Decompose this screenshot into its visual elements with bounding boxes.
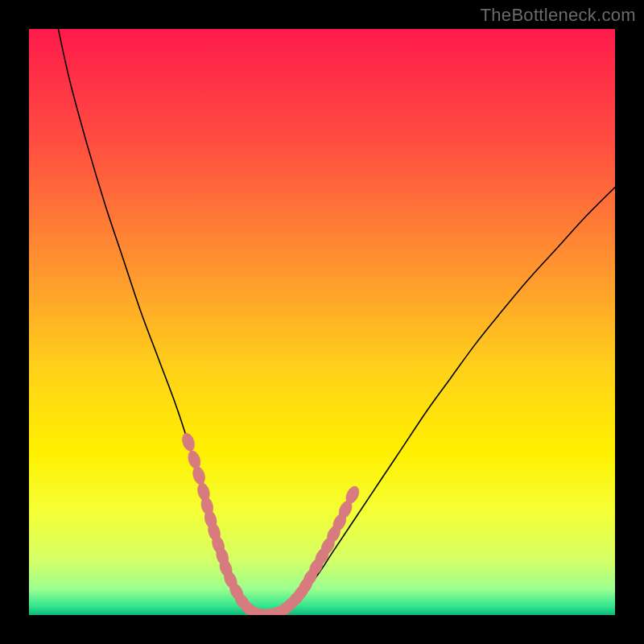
watermark-text: TheBottleneck.com bbox=[481, 5, 636, 26]
marker bbox=[186, 449, 202, 470]
plot-area bbox=[29, 29, 615, 615]
marker bbox=[180, 431, 196, 452]
highlighted-points bbox=[180, 431, 361, 615]
curve-layer bbox=[29, 29, 615, 615]
chart-frame: TheBottleneck.com bbox=[0, 0, 644, 644]
marker bbox=[191, 465, 207, 486]
